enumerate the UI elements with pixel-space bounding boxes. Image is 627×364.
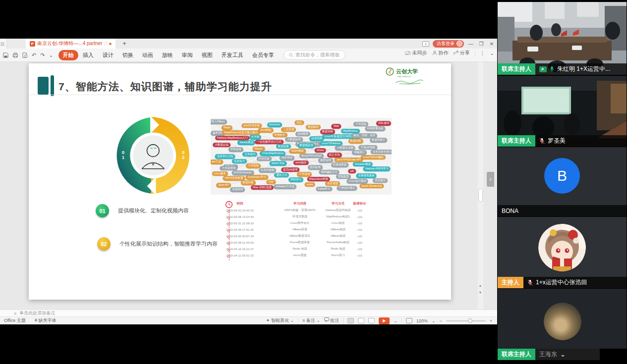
graph-node[interactable]: 语法 — [294, 120, 304, 125]
graph-node[interactable]: 目录结构 — [309, 137, 324, 142]
graph-node[interactable]: 两种编程方式 — [319, 170, 340, 175]
graph-node[interactable]: 文件读写 — [242, 152, 257, 157]
graph-node[interactable]: Azkaban概述 — [353, 162, 373, 167]
theme-label[interactable]: Office 主题 — [4, 317, 26, 324]
graph-node[interactable]: Linux与Hadoop — [320, 141, 342, 146]
graph-node[interactable]: Azkaban工作流 — [274, 184, 296, 189]
guest-login-button[interactable]: 访客登录 — [433, 40, 464, 48]
menu-tab-6[interactable]: 审阅 — [177, 50, 197, 60]
menu-tab-4[interactable]: 动画 — [138, 50, 158, 60]
graph-node[interactable]: 开发job思路 — [359, 145, 377, 150]
input-mode-icon[interactable]: 1 — [422, 41, 429, 47]
graph-node[interactable]: Mapreduce样例 — [307, 177, 331, 182]
graph-node[interactable]: 任务执行过程 — [215, 155, 235, 159]
graph-node[interactable]: 防止丢包 — [327, 153, 342, 157]
graph-node[interactable]: DDL操作 — [376, 121, 391, 126]
graph-node[interactable]: 集群运维 — [318, 158, 333, 163]
graph-node[interactable]: 水果销售案例 — [356, 174, 376, 179]
new-tab-button[interactable]: + — [115, 39, 133, 49]
zoom-slider-knob[interactable] — [468, 318, 472, 323]
share-button[interactable]: 分享 — [454, 50, 470, 56]
graph-node[interactable]: 异常处理 — [228, 147, 243, 152]
pin-icon[interactable]: □ — [105, 41, 107, 46]
graph-node[interactable]: 数据预处理 — [297, 144, 315, 149]
menu-tab-5[interactable]: 放映 — [158, 50, 177, 60]
graph-node[interactable]: HDFS安装部署 — [223, 176, 245, 181]
menu-tab-7[interactable]: 视图 — [197, 50, 217, 60]
graph-node[interactable]: 合并调度 — [325, 181, 340, 186]
graph-node[interactable]: 工作流管理 — [220, 166, 238, 171]
video-tile-5[interactable]: 联席主持人 王海东 ⌄ — [498, 289, 627, 360]
sync-status-button[interactable]: 未同步 — [405, 50, 427, 56]
missing-font-item[interactable]: T 缺失字体 — [35, 317, 57, 324]
graph-node[interactable]: 启动顺序 — [295, 132, 310, 137]
notes-toggle-button[interactable]: ≡ 备注 ⌄ — [302, 317, 320, 324]
graph-node[interactable]: 数据采集 — [276, 144, 291, 149]
graph-node[interactable]: MapReduce — [341, 129, 360, 134]
graph-node[interactable]: Hadoop-HDFS学习 — [363, 167, 391, 172]
graph-node[interactable]: 一次性教学设计方式 — [255, 140, 284, 145]
menu-tab-1[interactable]: 插入 — [78, 50, 98, 60]
graph-node[interactable]: 工作流程 — [353, 122, 368, 127]
graph-node[interactable]: 流式处理 — [308, 165, 323, 170]
minimize-button[interactable]: — — [467, 41, 474, 47]
graph-node[interactable]: MapReduce自定义输入输出 — [222, 130, 260, 135]
graph-node[interactable]: 传输接口 — [352, 151, 367, 156]
background-tab-fragment[interactable]: 云 — [0, 39, 7, 49]
graph-node[interactable]: job — [348, 169, 356, 174]
graph-node[interactable]: 工作原理 — [297, 172, 312, 177]
graph-node[interactable]: Task — [332, 124, 341, 129]
graph-node[interactable]: 二次排序 — [281, 127, 296, 132]
graph-node[interactable]: 安全模式 — [373, 178, 388, 183]
graph-node[interactable]: 工作机制 — [246, 163, 261, 168]
graph-node[interactable]: Hadoop-MapReduce入门 — [215, 136, 250, 141]
graph-node[interactable]: Spark SQL — [270, 161, 287, 166]
more-menu-icon[interactable]: ⋮ — [480, 51, 485, 56]
video-tile-3[interactable]: B BONA — [498, 147, 627, 216]
zoom-slider[interactable] — [446, 320, 486, 321]
graph-node[interactable]: 内存管理 — [280, 156, 294, 161]
comments-button[interactable]: 批注 — [324, 317, 340, 324]
graph-node[interactable]: Driver — [315, 148, 326, 153]
video-tile-4[interactable]: 主持人 1+x运营中心张浩田 — [498, 217, 627, 288]
slideshow-play-button[interactable]: ▶ — [379, 317, 390, 324]
graph-node[interactable]: 通讯方式 — [274, 173, 289, 178]
slide-title[interactable]: 7、智能方法、知识图谱，辅助学习能力提升 — [58, 80, 272, 94]
command-search[interactable]: 查找命令，搜索模板 — [284, 50, 345, 60]
graph-node[interactable]: Linux与Shell编程 — [361, 155, 386, 160]
menu-tab-9[interactable]: 会员专享 — [248, 50, 279, 60]
graph-node[interactable]: ChainMapReduce — [260, 151, 285, 156]
graph-node[interactable]: Mysql导入HBase — [211, 119, 227, 124]
restore-button[interactable]: ❐ — [478, 41, 485, 47]
undo-icon[interactable]: ↶ — [32, 52, 36, 58]
graph-node[interactable]: 控制语句 — [288, 177, 303, 182]
toolbar-more-icon[interactable]: ⌄ — [49, 52, 53, 58]
graph-node[interactable]: Zookeeper学习 — [246, 175, 268, 180]
zoom-in-button[interactable]: + — [490, 318, 492, 323]
zoom-out-button[interactable]: − — [439, 318, 442, 323]
print-icon[interactable] — [12, 52, 18, 58]
previous-slide-button[interactable]: ▲ — [478, 284, 482, 288]
chevron-down-icon[interactable]: ⌄ — [560, 351, 566, 358]
graph-node[interactable]: DAGScheduler — [232, 170, 254, 175]
graph-node[interactable]: Linux服务 — [212, 171, 228, 176]
graph-node[interactable]: 三种运行模式 — [337, 186, 357, 191]
menu-tab-2[interactable]: 设计 — [98, 50, 118, 60]
fit-slide-icon[interactable] — [406, 318, 412, 323]
graph-node[interactable]: 轻量型数据 — [331, 163, 349, 168]
zoom-caret-icon[interactable]: ⌄ — [432, 318, 436, 323]
redo-icon[interactable]: ↷ — [40, 52, 45, 58]
graph-node[interactable]: 综合练习 — [232, 159, 247, 164]
graph-node[interactable]: 分布式架构 — [259, 168, 277, 173]
graph-node[interactable]: Kafka学习 — [316, 187, 332, 192]
graph-node[interactable]: 资源管理 — [230, 188, 245, 193]
graph-node[interactable]: 数据结构 — [348, 139, 363, 144]
slide[interactable]: 7、智能方法、知识图谱，辅助学习能力提升 云创大学 edu.cstor.cn — [29, 63, 451, 300]
save-icon[interactable] — [3, 52, 8, 58]
video-tile-1[interactable]: 联席主持人 朱红明 1+X运营中... — [498, 2, 627, 75]
slide-sorter-view-button[interactable] — [358, 318, 364, 323]
graph-node[interactable]: Stage — [222, 126, 232, 131]
scrollbar-thumb[interactable] — [478, 188, 483, 202]
ai-beautify-button[interactable]: ✦ 智能美化 ⌄ — [266, 317, 294, 324]
graph-node[interactable]: 数据转换 — [241, 181, 256, 186]
